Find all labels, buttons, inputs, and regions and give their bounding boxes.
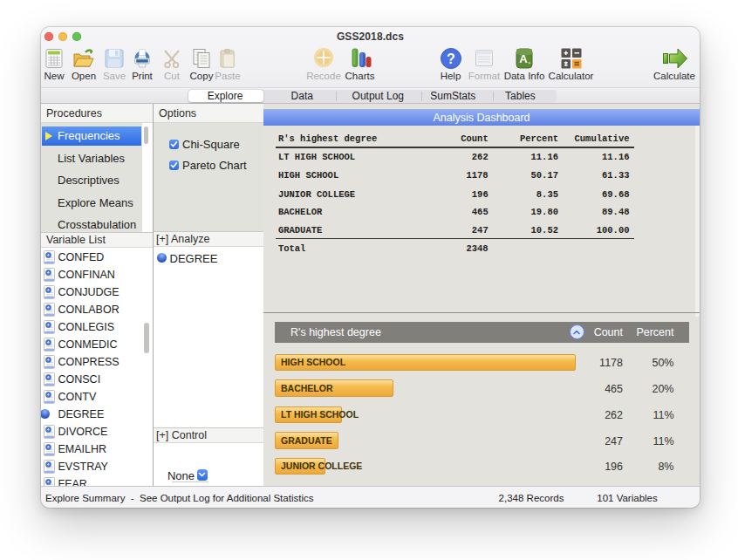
svg-text:A: A [519,52,528,65]
svg-text:.: . [529,56,531,65]
